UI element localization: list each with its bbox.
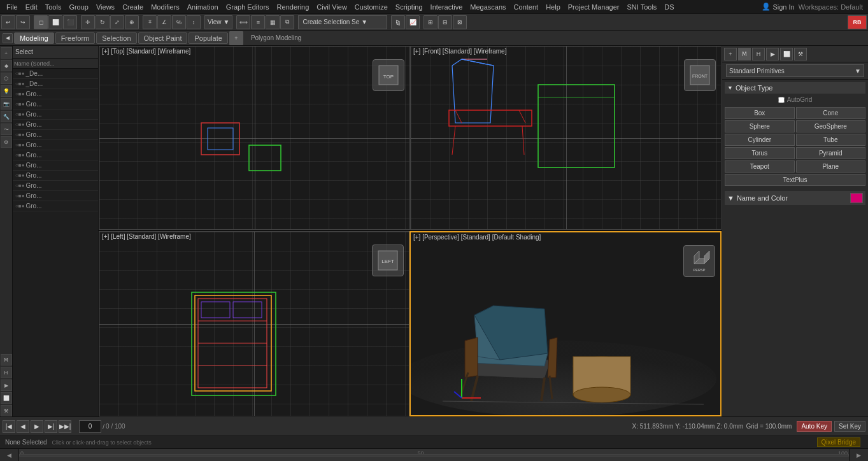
btn-teapot[interactable]: Teapot (725, 160, 795, 173)
add-tab-button[interactable]: + (229, 31, 243, 45)
rp-tab-utilities[interactable]: ⚒ (794, 48, 807, 60)
viewport-perspective[interactable]: [+] [Perspective] [Standard] [Default Sh… (409, 231, 722, 416)
modify-icon[interactable]: Ⅿ (1, 354, 12, 365)
menu-item-help[interactable]: Help (542, 3, 564, 11)
curve-editor-button[interactable]: 📈 (406, 15, 420, 29)
snap-toggle-button[interactable]: ⌗ (143, 15, 157, 29)
list-item[interactable]: ○■● Gro... (13, 171, 98, 181)
hierarchy-icon[interactable]: H (1, 367, 12, 378)
mirror-button[interactable]: ⟺ (236, 15, 250, 29)
create-icon[interactable]: + (1, 47, 12, 59)
list-item[interactable]: ○■● Gro... (13, 120, 98, 130)
auto-key-button[interactable]: Auto Key (797, 421, 832, 432)
menu-item-views[interactable]: Views (92, 3, 118, 11)
rp-tab-hierarchy[interactable]: H (752, 48, 765, 60)
menu-item-animation[interactable]: Animation (183, 3, 222, 11)
systems-icon[interactable]: ⚙ (1, 136, 12, 148)
viewport-top[interactable]: [+] [Top] [Standard] [Wireframe] TOP (99, 46, 410, 230)
helpers-icon[interactable]: 🔧 (1, 111, 12, 122)
undo-button[interactable]: ↩ (1, 15, 15, 29)
lights-icon[interactable]: 💡 (1, 85, 12, 97)
btn-plane[interactable]: Plane (796, 160, 866, 173)
list-item[interactable]: ○■● Gro... (13, 110, 98, 120)
menu-item-group[interactable]: Group (65, 3, 92, 11)
display-icon[interactable]: ⬜ (1, 392, 12, 404)
view-dropdown[interactable]: View ▼ (204, 15, 232, 29)
timeline-bar[interactable]: 0 50 100 (19, 449, 849, 461)
select-scale-button[interactable]: ⤢ (110, 15, 124, 29)
select-region-button[interactable]: ⬜ (48, 15, 62, 29)
next-frame-button[interactable]: ▶| (45, 420, 57, 433)
btn-pyramid[interactable]: Pyramid (796, 147, 866, 159)
btn-textplus[interactable]: TextPlus (725, 174, 865, 186)
menu-item-content[interactable]: Content (510, 3, 543, 11)
select-manipulate-button[interactable]: ⊕ (125, 15, 139, 29)
prev-frame-button[interactable]: ◀ (17, 420, 29, 433)
btn-box[interactable]: Box (725, 107, 795, 119)
play-button[interactable]: ▶ (31, 420, 43, 433)
btn-geosphere[interactable]: GeoSphere (796, 120, 866, 132)
menu-item-civil-view[interactable]: Civil View (313, 3, 350, 11)
select-object-button[interactable]: ◻ (34, 15, 48, 29)
menu-item-customize[interactable]: Customize (351, 3, 392, 11)
color-swatch[interactable] (850, 193, 863, 203)
btn-torus[interactable]: Torus (725, 147, 795, 159)
menu-item-interactive[interactable]: Interactive (427, 3, 467, 11)
tab-object-paint[interactable]: Object Paint (138, 32, 188, 44)
list-item[interactable]: ○■● Gro... (13, 140, 98, 150)
primitive-type-dropdown[interactable]: Standard Primitives ▼ (726, 64, 864, 77)
viewport-left[interactable]: [+] [Left] [Standard] [Wireframe] LEFT (99, 231, 409, 416)
rb-button[interactable]: RB (848, 15, 867, 29)
list-item[interactable]: ○■● Gro... (13, 130, 98, 140)
autogrid-checkbox[interactable] (778, 97, 785, 103)
menu-item-create[interactable]: Create (118, 3, 147, 11)
rp-tab-modify[interactable]: Ⅿ (738, 48, 751, 60)
last-frame-button[interactable]: ▶▶| (59, 420, 71, 433)
array-button[interactable]: ▦ (266, 15, 280, 29)
menu-item-modifiers[interactable]: Modifiers (147, 3, 183, 11)
spacewarps-icon[interactable]: 〜 (1, 124, 12, 135)
align-button[interactable]: ≡ (251, 15, 265, 29)
list-item[interactable]: ○■● Gro... (13, 99, 98, 110)
viewport-stats-button[interactable]: ⊠ (453, 15, 467, 29)
list-item[interactable]: ○■● _De... (13, 69, 98, 79)
menu-item-project-manager[interactable]: Project Manager (564, 3, 623, 11)
viewport-config-button[interactable]: ⊟ (438, 15, 452, 29)
menu-item-sni-tools[interactable]: SNI Tools (623, 3, 660, 11)
select-rotate-button[interactable]: ↻ (96, 15, 110, 29)
clone-button[interactable]: ⧉ (280, 15, 294, 29)
rp-tab-display[interactable]: ⬜ (780, 48, 793, 60)
btn-sphere[interactable]: Sphere (725, 120, 795, 132)
object-type-section[interactable]: ▼ Object Type (725, 82, 865, 94)
btn-cylinder[interactable]: Cylinder (725, 134, 795, 146)
geometry-icon[interactable]: ◆ (1, 60, 12, 71)
list-item[interactable]: ○■● Gro... (13, 150, 98, 160)
list-item[interactable]: ○■● Gro... (13, 89, 98, 99)
window-crossing-button[interactable]: ⬛ (63, 15, 77, 29)
tab-freeform[interactable]: Freeform (55, 32, 96, 44)
create-selection-dropdown[interactable]: Create Selection Se ▼ (298, 15, 387, 29)
percent-snap-button[interactable]: % (172, 15, 186, 29)
tab-selection[interactable]: Selection (96, 32, 136, 44)
list-item[interactable]: ○■● _De... (13, 79, 98, 89)
first-frame-button[interactable]: |◀ (3, 420, 15, 433)
tab-populate[interactable]: Populate (189, 32, 227, 44)
btn-cone[interactable]: Cone (796, 107, 866, 119)
camera-icon[interactable]: 📷 (1, 98, 12, 110)
list-item[interactable]: ○■● Gro... (13, 181, 98, 191)
select-move-button[interactable]: ✛ (81, 15, 95, 29)
name-color-header[interactable]: ▼ Name and Color (725, 191, 865, 205)
time-input[interactable] (79, 420, 101, 433)
set-key-button[interactable]: Set Key (834, 421, 865, 432)
sign-in-label[interactable]: Sign In (772, 3, 794, 11)
menu-item-megascans[interactable]: Megascans (466, 3, 509, 11)
redo-button[interactable]: ↪ (16, 15, 30, 29)
btn-tube[interactable]: Tube (796, 134, 866, 146)
list-item[interactable]: ○■● Gro... (13, 191, 98, 201)
utilities-icon[interactable]: ⚒ (1, 405, 12, 416)
menu-item-edit[interactable]: Edit (22, 3, 41, 11)
tab-modeling[interactable]: Modeling (14, 32, 54, 44)
list-item[interactable]: ○■● Gro... (13, 201, 98, 211)
rp-tab-motion[interactable]: ▶ (766, 48, 779, 60)
menu-item-file[interactable]: File (3, 3, 22, 11)
